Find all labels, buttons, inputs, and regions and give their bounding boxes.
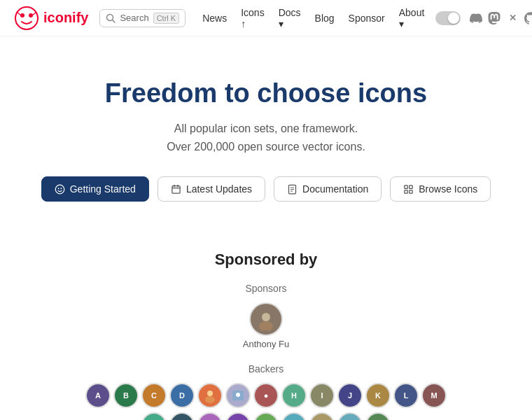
calendar-icon xyxy=(171,184,181,195)
nav-docs[interactable]: Docs ▾ xyxy=(273,4,307,32)
github-icon[interactable] xyxy=(524,11,532,25)
navbar: iconify Search Ctrl K News Icons ↑ Docs … xyxy=(0,0,532,36)
nav-links: News Icons ↑ Docs ▾ Blog Sponsor About ▾… xyxy=(197,4,532,32)
backers-row-1: A B C D ● H I J K L M xyxy=(14,383,518,408)
backer-avatar[interactable]: U xyxy=(337,412,363,420)
backer-avatar[interactable]: P xyxy=(197,412,223,420)
getting-started-label: Getting Started xyxy=(70,183,136,195)
hero-title: Freedom to choose icons xyxy=(14,78,518,108)
backer-avatar[interactable]: M xyxy=(421,383,447,408)
search-icon xyxy=(106,13,115,23)
discord-icon[interactable] xyxy=(469,11,483,25)
x-icon[interactable]: ✕ xyxy=(505,11,519,25)
svg-line-4 xyxy=(113,20,115,22)
latest-updates-label: Latest Updates xyxy=(186,183,252,195)
nav-blog[interactable]: Blog xyxy=(309,10,340,27)
backer-avatar[interactable]: H xyxy=(281,383,307,408)
backer-avatar[interactable]: ● xyxy=(253,383,279,408)
documentation-button[interactable]: Documentation xyxy=(274,176,382,202)
documentation-label: Documentation xyxy=(302,183,368,195)
mastodon-icon[interactable] xyxy=(487,11,501,25)
svg-point-6 xyxy=(57,188,59,189)
backer-avatar[interactable]: D xyxy=(169,383,195,408)
doc-icon xyxy=(287,184,298,195)
svg-point-25 xyxy=(236,393,240,397)
search-box[interactable]: Search Ctrl K xyxy=(99,9,186,27)
backer-avatar[interactable]: S xyxy=(281,412,307,420)
backers-label: Backers xyxy=(14,363,518,374)
backer-avatar[interactable] xyxy=(225,383,251,408)
svg-rect-8 xyxy=(172,186,180,193)
backer-avatar[interactable]: N xyxy=(141,412,167,420)
backer-image xyxy=(230,388,246,403)
backer-avatar[interactable]: Q xyxy=(225,412,251,420)
sponsor-name: Anthony Fu xyxy=(243,339,290,349)
nav-news[interactable]: News xyxy=(197,10,232,27)
backer-avatar[interactable]: K xyxy=(365,383,391,408)
logo-icon xyxy=(14,6,39,31)
backers-row-2: N O P Q R S T U V xyxy=(14,412,518,420)
backer-avatar[interactable]: B xyxy=(113,383,139,408)
hero-subtitle1: All popular icon sets, one framework. xyxy=(14,120,518,138)
main-sponsor: Anthony Fu xyxy=(14,302,518,349)
browse-icons-label: Browse Icons xyxy=(419,183,477,195)
grid-icon xyxy=(403,184,414,195)
hero-buttons: Getting Started Latest Updates Documenta… xyxy=(14,176,518,202)
sponsor-avatar-image xyxy=(255,308,277,330)
logo-text: iconify xyxy=(43,10,88,26)
svg-point-23 xyxy=(205,396,215,403)
backer-avatar[interactable]: V xyxy=(365,412,391,420)
smile-icon xyxy=(55,184,65,195)
backer-avatar[interactable]: R xyxy=(253,412,279,420)
svg-rect-19 xyxy=(410,190,412,192)
backer-avatar[interactable]: C xyxy=(141,383,167,408)
backer-avatar[interactable]: L xyxy=(393,383,419,408)
theme-toggle[interactable] xyxy=(435,11,461,25)
backer-avatar[interactable]: A xyxy=(85,383,111,408)
svg-rect-18 xyxy=(405,190,407,192)
nav-icons[interactable]: Icons ↑ xyxy=(235,4,270,32)
logo[interactable]: iconify xyxy=(14,6,88,31)
backer-avatar[interactable]: T xyxy=(309,412,335,420)
svg-point-22 xyxy=(207,391,213,396)
search-shortcut: Ctrl K xyxy=(153,13,180,24)
backer-avatar[interactable]: J xyxy=(337,383,363,408)
svg-point-21 xyxy=(259,321,273,330)
nav-about[interactable]: About ▾ xyxy=(393,4,430,32)
svg-point-0 xyxy=(15,7,38,29)
social-icons: ✕ xyxy=(469,11,532,25)
svg-point-20 xyxy=(262,313,270,321)
svg-rect-16 xyxy=(405,186,407,188)
svg-point-5 xyxy=(55,185,64,194)
search-label: Search xyxy=(120,13,148,23)
sponsor-avatar[interactable] xyxy=(249,302,283,336)
backer-avatar[interactable]: O xyxy=(169,412,195,420)
backer-avatar[interactable]: I xyxy=(309,383,335,408)
browse-icons-button[interactable]: Browse Icons xyxy=(390,176,491,202)
svg-rect-17 xyxy=(410,186,412,188)
nav-sponsor[interactable]: Sponsor xyxy=(343,10,391,27)
sponsored-section: Sponsored by Sponsors Anthony Fu Backers… xyxy=(0,230,532,420)
hero-subtitle2: Over 200,000 open source vector icons. xyxy=(14,138,518,156)
backer-avatar[interactable] xyxy=(197,383,223,408)
sponsors-label: Sponsors xyxy=(14,283,518,294)
latest-updates-button[interactable]: Latest Updates xyxy=(158,176,265,202)
getting-started-button[interactable]: Getting Started xyxy=(41,176,149,202)
sponsored-title: Sponsored by xyxy=(14,251,518,269)
backer-image xyxy=(202,388,218,403)
hero-section: Freedom to choose icons All popular icon… xyxy=(0,36,532,230)
svg-point-7 xyxy=(60,188,62,189)
